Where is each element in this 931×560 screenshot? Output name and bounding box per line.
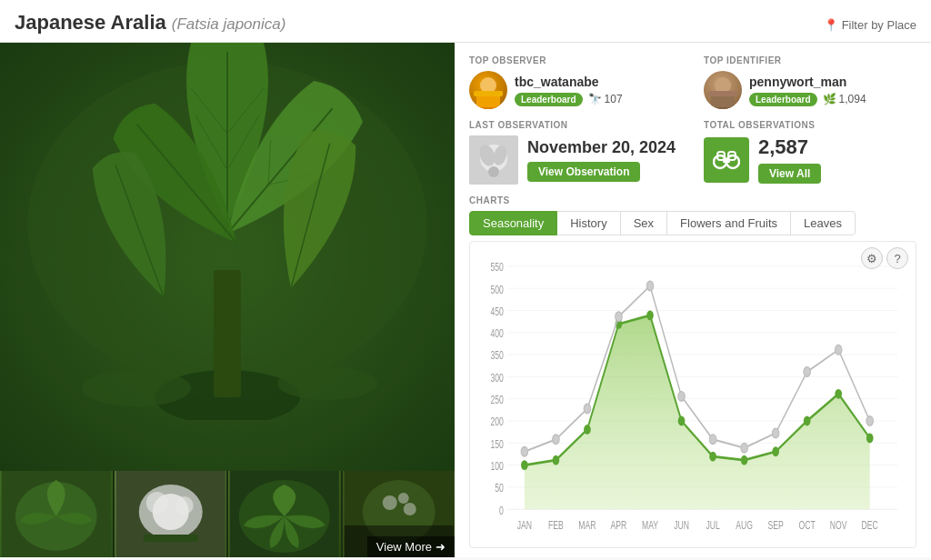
svg-point-46	[488, 166, 499, 177]
svg-rect-13	[214, 270, 241, 397]
svg-point-77	[521, 460, 528, 470]
main-content: View More ➜ TOP OBSERVER	[0, 43, 931, 557]
svg-text:JAN: JAN	[517, 518, 532, 531]
svg-point-93	[646, 281, 654, 291]
info-panel: TOP OBSERVER tbc_watan	[455, 43, 931, 557]
tab-seasonality[interactable]: Seasonality	[469, 211, 557, 235]
svg-point-88	[866, 434, 874, 444]
svg-point-31	[397, 493, 408, 504]
tab-leaves[interactable]: Leaves	[790, 211, 856, 235]
svg-text:400: 400	[490, 327, 503, 340]
thumbnail-strip: View More ➜	[0, 471, 455, 557]
view-all-button[interactable]: View All	[758, 164, 821, 184]
svg-text:200: 200	[490, 415, 503, 428]
svg-text:300: 300	[490, 371, 503, 384]
svg-rect-25	[143, 535, 197, 542]
top-identifier-info: pennywort_man Leaderboard 🌿 1,094	[749, 75, 866, 106]
chart-tabs: Seasonality History Sex Flowers and Frui…	[469, 211, 916, 235]
svg-point-100	[866, 416, 874, 426]
tab-history[interactable]: History	[556, 211, 620, 235]
svg-text:JUL: JUL	[706, 518, 719, 531]
last-obs-details: November 20, 2024 View Observation	[527, 138, 676, 182]
svg-point-79	[584, 425, 591, 435]
top-identifier-card: pennywort_man Leaderboard 🌿 1,094	[704, 71, 916, 109]
observers-row: TOP OBSERVER tbc_watan	[469, 55, 916, 109]
top-observer-badge: Leaderboard	[515, 93, 583, 106]
svg-text:150: 150	[490, 437, 503, 450]
seasonality-chart: 550 500 450 400 350 300 250 200 150 100 …	[479, 249, 906, 544]
svg-text:OCT: OCT	[799, 518, 816, 531]
top-identifier-block: TOP IDENTIFIER pennywo	[704, 55, 916, 109]
svg-text:AUG: AUG	[736, 518, 753, 531]
thumbnail-3[interactable]	[228, 471, 341, 557]
thumbnail-1[interactable]	[0, 471, 113, 557]
svg-text:SEP: SEP	[768, 518, 784, 531]
total-obs-details: 2,587 View All	[758, 135, 821, 184]
top-identifier-label: TOP IDENTIFIER	[704, 55, 916, 65]
top-identifier-avatar[interactable]	[704, 71, 742, 109]
svg-point-91	[584, 404, 591, 414]
top-observer-card: tbc_watanabe Leaderboard 🔭 107	[469, 71, 682, 109]
svg-text:MAY: MAY	[642, 518, 658, 531]
svg-point-94	[678, 392, 686, 402]
charts-section: CHARTS Seasonality History Sex Flowers a…	[469, 195, 916, 548]
svg-text:350: 350	[490, 349, 503, 362]
view-observation-button[interactable]: View Observation	[527, 162, 640, 182]
top-observer-avatar[interactable]	[469, 71, 507, 109]
page-latin-name: (Fatsia japonica)	[172, 15, 286, 34]
image-panel: View More ➜	[0, 43, 455, 557]
top-observer-name[interactable]: tbc_watanabe	[515, 75, 623, 89]
arrow-icon: ➜	[435, 540, 445, 554]
gear-icon: ⚙	[866, 252, 877, 265]
thumbnail-2[interactable]	[115, 471, 227, 557]
svg-point-98	[804, 367, 811, 377]
svg-text:100: 100	[490, 459, 503, 472]
svg-point-86	[804, 416, 811, 426]
svg-text:550: 550	[490, 261, 503, 274]
svg-point-87	[835, 389, 842, 399]
chart-help-button[interactable]: ?	[886, 247, 908, 269]
main-photo[interactable]	[0, 43, 455, 471]
thumbnail-4[interactable]: View More ➜	[343, 471, 455, 557]
top-identifier-name[interactable]: pennywort_man	[749, 75, 866, 89]
svg-text:500: 500	[490, 283, 503, 295]
tab-flowers-and-fruits[interactable]: Flowers and Fruits	[666, 211, 791, 235]
charts-label: CHARTS	[469, 195, 916, 205]
svg-text:50: 50	[495, 482, 504, 495]
svg-point-84	[741, 455, 748, 465]
total-obs-card: 2,587 View All	[704, 135, 916, 184]
last-obs-thumbnail[interactable]	[469, 135, 518, 185]
svg-point-85	[772, 446, 779, 456]
last-obs-date: November 20, 2024	[527, 138, 676, 157]
svg-text:FEB: FEB	[548, 518, 564, 531]
question-icon: ?	[894, 252, 900, 265]
top-observer-info: tbc_watanabe Leaderboard 🔭 107	[515, 75, 623, 106]
top-identifier-badge: Leaderboard	[749, 93, 817, 106]
svg-point-30	[382, 495, 396, 510]
chart-area: ⚙ ? 550 500 450 400 350 300 250 200	[469, 241, 916, 548]
chart-settings-button[interactable]: ⚙	[861, 247, 883, 269]
last-obs-card: November 20, 2024 View Observation	[469, 135, 682, 185]
filter-by-place-button[interactable]: 📍 Filter by Place	[824, 18, 916, 32]
last-obs-label: LAST OBSERVATION	[469, 120, 682, 130]
svg-point-14	[82, 370, 191, 406]
total-obs-count: 2,587	[758, 135, 821, 159]
binoculars-display-icon	[704, 137, 749, 183]
svg-text:250: 250	[490, 394, 503, 406]
top-observer-block: TOP OBSERVER tbc_watan	[469, 55, 682, 109]
svg-text:JUN: JUN	[674, 518, 689, 531]
svg-point-99	[835, 345, 842, 355]
svg-rect-37	[474, 91, 503, 96]
svg-point-90	[553, 435, 560, 445]
svg-point-97	[772, 428, 779, 438]
svg-text:0: 0	[499, 504, 504, 516]
svg-text:NOV: NOV	[830, 518, 847, 531]
tab-sex[interactable]: Sex	[620, 211, 667, 235]
top-observer-label: TOP OBSERVER	[469, 55, 682, 65]
top-identifier-meta: Leaderboard 🌿 1,094	[749, 93, 866, 106]
svg-point-24	[175, 496, 193, 515]
view-more-overlay[interactable]: View More ➜	[367, 536, 455, 557]
svg-point-89	[521, 446, 528, 456]
svg-text:APR: APR	[611, 518, 627, 531]
total-obs-label: TOTAL OBSERVATIONS	[704, 120, 916, 130]
